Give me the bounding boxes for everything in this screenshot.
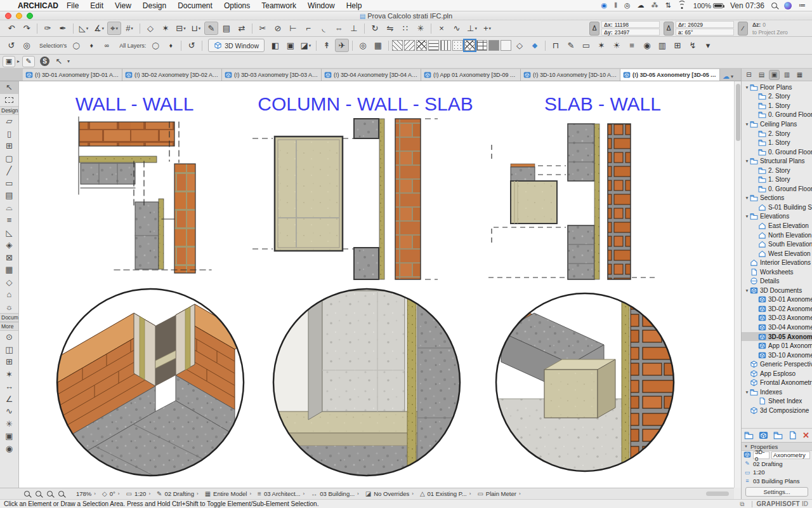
fill-cross-icon[interactable] xyxy=(416,40,427,51)
multiply-icon[interactable]: ∷ xyxy=(398,22,412,35)
quickbar-dropdown-icon[interactable]: ▾ xyxy=(67,58,70,64)
notification-center-icon[interactable]: ≔ xyxy=(799,2,806,9)
menu-clock[interactable]: Ven 07:36 xyxy=(730,1,764,10)
menu-item[interactable]: Document xyxy=(172,1,218,10)
fill-diagonal2-icon[interactable] xyxy=(404,40,415,51)
fill-empty-icon[interactable] xyxy=(501,40,511,51)
horizontal-scrollbar[interactable] xyxy=(706,491,729,496)
profile-manager-icon[interactable]: ⊔ xyxy=(189,22,203,35)
fly-icon[interactable]: ✈ xyxy=(335,39,349,52)
ruler-icon[interactable]: ▭ xyxy=(579,39,593,52)
dr-field[interactable]: Δr:26029 xyxy=(676,21,734,28)
marquee-tool[interactable] xyxy=(0,94,18,107)
view-tab[interactable]: (!) 3D-10 Axonometry [3D-10 Axono... xyxy=(521,69,620,81)
navigator-item[interactable]: ▼ Sections xyxy=(742,194,812,203)
navigator-item[interactable]: ▼ 0. Ground Floor xyxy=(742,147,812,157)
view-tab[interactable]: (!) 3D-04 Axonometry [3D-04 Axon... xyxy=(322,69,421,81)
hotspot2-tool[interactable]: ✳ xyxy=(0,418,18,431)
guide-lines-icon[interactable]: ◺ xyxy=(77,22,91,35)
adjust-icon[interactable]: ⊢ xyxy=(286,22,300,35)
navigator-item[interactable]: ▼ 3D-03 Axonometry xyxy=(742,314,812,323)
pen-icon[interactable]: ✎ xyxy=(564,39,578,52)
fill-diagonal-icon[interactable] xyxy=(392,40,403,51)
new-folder-icon[interactable] xyxy=(773,431,783,440)
roof-tool[interactable]: ▤ xyxy=(0,189,18,202)
expander-icon[interactable]: ▼ xyxy=(744,122,750,126)
toolbar-icon[interactable] xyxy=(429,22,433,35)
dimension-tool[interactable]: ↔ xyxy=(0,380,18,393)
menu-item[interactable]: Help xyxy=(341,1,368,10)
navigator-item[interactable]: ▼ S-01 Building Section xyxy=(742,203,812,212)
view-block-icon[interactable]: ◧ xyxy=(268,39,282,52)
view-id-field[interactable]: 3D-0 xyxy=(753,451,769,459)
ramp-tool[interactable]: ◺ xyxy=(0,227,18,239)
menu-item[interactable]: File xyxy=(61,1,84,10)
view-name-field[interactable]: Axonometry xyxy=(771,451,810,459)
selection-drop-icon[interactable]: ♦ xyxy=(84,39,98,52)
beam-tool[interactable]: ╱ xyxy=(0,164,18,177)
column-tool[interactable]: ▢ xyxy=(0,152,18,165)
delta-toggle-ra[interactable]: Δ xyxy=(664,22,674,36)
hotspot-tool[interactable]: ⊙ xyxy=(0,331,18,344)
pen-set[interactable]: ✎ 02 Drafting › xyxy=(157,490,199,497)
figure-tool[interactable]: ▣ xyxy=(0,430,18,443)
teamwork-cloud-icon[interactable]: ☁ xyxy=(723,72,730,81)
navigator-item[interactable]: ▼ 1. Story xyxy=(742,138,812,147)
fillet-icon[interactable]: ◟ xyxy=(317,22,331,35)
curtain-wall-tool[interactable]: ▦ xyxy=(0,264,18,276)
axonometry-cube-icon[interactable]: ◪ xyxy=(299,39,313,52)
explode-icon[interactable]: ✳ xyxy=(414,22,428,35)
navigator-item[interactable]: ▼ 3D Documents xyxy=(742,286,812,295)
fill-dots-icon[interactable] xyxy=(452,40,463,51)
wall-tool[interactable]: ▱ xyxy=(0,115,18,128)
orientation[interactable]: ◇ 0° › xyxy=(102,490,119,497)
delta-toggle-xy[interactable]: Δ xyxy=(589,22,599,36)
mesh-tool[interactable]: ⊠ xyxy=(0,251,18,264)
segment-dropdown-icon[interactable]: › xyxy=(118,491,120,497)
fill-solid-icon[interactable] xyxy=(488,40,499,51)
bolt-icon[interactable]: ↯ xyxy=(686,39,700,52)
view-tab[interactable]: (!) App 01 Axonometry [3D-09 Axon... xyxy=(421,69,521,81)
drawing-canvas[interactable]: WALL - WALL COLUMN - WALL - SLAB SLAB - … xyxy=(19,81,734,488)
layer-combination[interactable]: ≡ 03 Architect... › xyxy=(258,490,304,497)
morph-tool[interactable]: ◈ xyxy=(0,239,18,251)
arrow-tool[interactable]: ↖ xyxy=(0,81,18,94)
menu-item[interactable]: Teamwork xyxy=(256,1,302,10)
segment-dropdown-icon[interactable]: › xyxy=(148,491,150,497)
dz-field[interactable]: Δz:0 xyxy=(750,21,808,28)
expander-icon[interactable]: ▼ xyxy=(744,196,750,200)
save-view-icon[interactable] xyxy=(788,431,797,440)
navigator-item[interactable]: ▼ 1. Story xyxy=(742,101,812,110)
navigator-item[interactable]: ▼ 3D-05 Axonometry xyxy=(742,332,812,342)
view-tab[interactable]: (!) 3D-05 Axonometry [3D-05 Axono... xyxy=(620,69,720,81)
expander-icon[interactable]: ▼ xyxy=(744,390,750,394)
toolbar-icon[interactable] xyxy=(314,39,318,52)
segment-dropdown-icon[interactable]: › xyxy=(94,491,96,497)
window-stack-icon[interactable]: ⧉ xyxy=(740,500,744,508)
property-row-layer[interactable]: ✎ 02 Drafting xyxy=(742,460,812,469)
extension-icon[interactable]: ⁂ xyxy=(652,2,658,9)
trace-reference-icon[interactable]: ⊟ xyxy=(174,22,188,35)
favorites-button[interactable]: S xyxy=(40,57,49,66)
inject-parameters-icon[interactable]: ✒ xyxy=(56,22,70,35)
intersect-icon[interactable]: ⌐ xyxy=(301,22,315,35)
new-viewpoint-icon[interactable] xyxy=(759,431,768,440)
navigator-item[interactable]: ▼ 2. Story xyxy=(742,166,812,175)
navigator-item[interactable]: ▼ Elevations xyxy=(742,212,812,222)
renovation-filter[interactable]: △ 01 Existing P... › xyxy=(420,490,471,497)
quickbar-expand-icon[interactable]: ▸ xyxy=(17,58,20,64)
magnet-icon[interactable]: ⊓ xyxy=(549,39,563,52)
spline-tool[interactable]: ∿ xyxy=(0,405,18,418)
zoom-previous-icon[interactable] xyxy=(22,490,32,498)
dx-field[interactable]: Δx:11198 xyxy=(601,21,660,28)
lamp-tool[interactable]: ☼ xyxy=(0,301,18,314)
target-icon[interactable]: ◎ xyxy=(356,39,370,52)
trim-icon[interactable]: ✂ xyxy=(256,22,270,35)
navigator-item[interactable]: ▼ Structural Plans xyxy=(742,156,812,166)
renovation-filter-icon[interactable]: ✎ xyxy=(204,22,218,35)
navigator-item[interactable]: ▼ Frontal Axonometry xyxy=(742,378,812,388)
battery-indicator[interactable]: 100% xyxy=(693,2,723,10)
expander-icon[interactable]: ▼ xyxy=(744,85,750,90)
toolbar-icon[interactable] xyxy=(138,22,142,35)
door-tool[interactable]: ▯ xyxy=(0,128,18,140)
